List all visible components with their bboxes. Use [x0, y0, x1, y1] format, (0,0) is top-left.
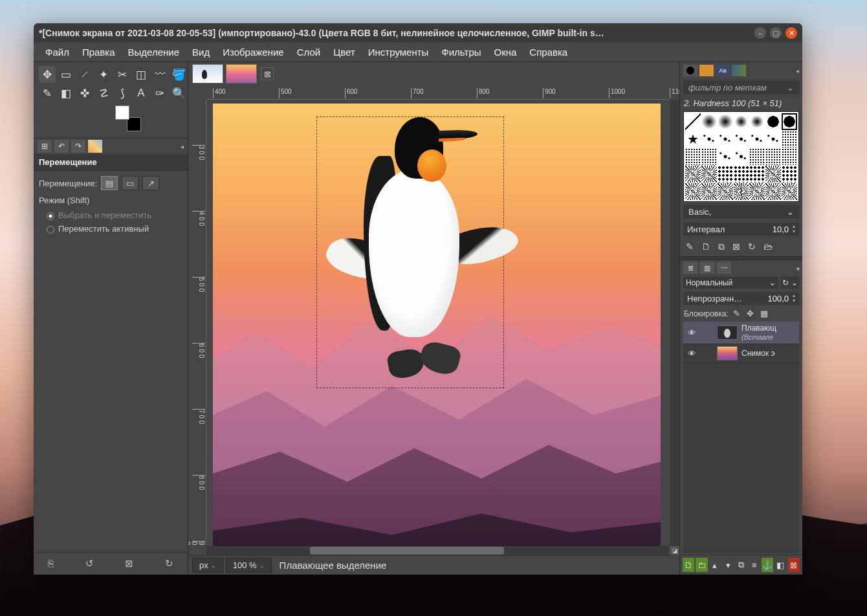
- radio-move-active[interactable]: Переместить активный: [39, 223, 182, 236]
- menu-layer[interactable]: Слой: [292, 45, 325, 60]
- tool-rect-select[interactable]: ▭: [58, 66, 74, 83]
- lock-pixels-icon[interactable]: ✎: [731, 309, 742, 318]
- brush-open-icon[interactable]: 🗁: [762, 240, 774, 254]
- brush-item[interactable]: [685, 183, 701, 200]
- tool-fuzzy-select[interactable]: ✦: [95, 66, 112, 83]
- opacity-stepper[interactable]: ▴▾: [793, 293, 795, 303]
- brush-item[interactable]: [765, 131, 781, 148]
- brush-preset-selector[interactable]: Basic,: [683, 205, 799, 219]
- layer-item-background[interactable]: 👁 Снимок э: [683, 344, 799, 363]
- brush-duplicate-icon[interactable]: ⧉: [716, 240, 727, 254]
- dock-tab-tool-options[interactable]: ⊞: [38, 140, 52, 153]
- menu-tools[interactable]: Инструменты: [363, 45, 434, 60]
- menu-color[interactable]: Цвет: [328, 45, 360, 60]
- brush-spacing-slider[interactable]: Интервал 10,0 ▴▾: [683, 223, 799, 236]
- brush-item-selected[interactable]: [782, 113, 797, 130]
- tool-clone[interactable]: ✜: [76, 85, 93, 102]
- brush-item[interactable]: [782, 183, 797, 200]
- tool-warp[interactable]: 〰: [151, 66, 168, 83]
- horizontal-ruler[interactable]: 400 500 600 700 800 900 1000 110: [206, 85, 669, 100]
- layer-visibility-icon[interactable]: 👁: [686, 328, 697, 338]
- brush-item[interactable]: [765, 183, 781, 200]
- layer-anchor-icon[interactable]: ⚓: [762, 558, 773, 572]
- tab-paths-icon[interactable]: 〰: [717, 262, 731, 274]
- move-target-path-icon[interactable]: ↗: [142, 176, 159, 190]
- tool-path[interactable]: ⟆: [114, 85, 131, 102]
- spacing-stepper[interactable]: ▴▾: [793, 224, 795, 234]
- menu-file[interactable]: Файл: [40, 45, 74, 60]
- fg-bg-colors[interactable]: [115, 105, 141, 131]
- layer-mode-switch-icon[interactable]: ↻ ⌄: [781, 277, 799, 289]
- window-minimize-button[interactable]: –: [754, 27, 766, 39]
- layer-thumbnail[interactable]: [717, 346, 738, 360]
- menu-filters[interactable]: Фильтры: [436, 45, 486, 60]
- image-tab-1[interactable]: [192, 64, 223, 83]
- tool-color-picker[interactable]: ✑: [151, 85, 168, 102]
- brush-item[interactable]: [685, 131, 701, 148]
- tool-zoom[interactable]: 🔍: [170, 85, 187, 102]
- layer-duplicate-icon[interactable]: ⧉: [735, 558, 747, 572]
- tool-move[interactable]: ✥: [39, 66, 56, 83]
- tab-channels-icon[interactable]: ▥: [700, 262, 714, 274]
- brush-delete-icon[interactable]: ⊠: [730, 240, 742, 254]
- dock-tab-images[interactable]: [88, 140, 102, 153]
- layer-new-icon[interactable]: 🗋: [683, 558, 694, 572]
- floating-selection-penguin[interactable]: [316, 116, 504, 388]
- radio-pick-move[interactable]: Выбрать и переместить: [39, 209, 182, 223]
- brush-item[interactable]: [685, 166, 701, 182]
- layers-dock-menu-arrow[interactable]: ◂: [796, 265, 799, 272]
- tool-eraser[interactable]: ◧: [58, 85, 74, 102]
- layer-mask-icon[interactable]: ◧: [774, 558, 786, 572]
- layer-item-floating[interactable]: 👁 Плавающ(Вставле: [683, 322, 799, 344]
- layer-down-icon[interactable]: ▾: [722, 558, 734, 572]
- tool-preset-save-icon[interactable]: ⎘: [48, 558, 54, 569]
- brush-grid[interactable]: [683, 111, 799, 202]
- move-target-selection-icon[interactable]: ▭: [122, 176, 138, 190]
- zoom-selector[interactable]: 100 %⌄: [226, 558, 272, 573]
- brush-item[interactable]: [685, 148, 701, 165]
- menu-image[interactable]: Изображение: [217, 45, 289, 60]
- brush-item[interactable]: [718, 131, 733, 148]
- layer-merge-icon[interactable]: ≡: [749, 558, 760, 572]
- tab-layers-icon[interactable]: ≣: [683, 262, 697, 274]
- brush-item[interactable]: [782, 131, 797, 148]
- brush-item[interactable]: [701, 113, 717, 130]
- menu-view[interactable]: Вид: [187, 45, 215, 60]
- brush-item[interactable]: [718, 183, 733, 200]
- tool-smudge[interactable]: ☡: [95, 85, 112, 102]
- horizontal-scrollbar[interactable]: [206, 546, 669, 555]
- brush-item[interactable]: [718, 113, 733, 130]
- tool-crop[interactable]: ✂: [114, 66, 131, 83]
- brush-item[interactable]: [749, 113, 765, 130]
- dock-tab-undo[interactable]: ↷: [71, 140, 85, 153]
- layer-up-icon[interactable]: ▴: [709, 558, 721, 572]
- menu-edit[interactable]: Правка: [77, 45, 120, 60]
- brush-tag-filter[interactable]: фильтр по меткам: [683, 81, 799, 94]
- brush-item[interactable]: [749, 166, 765, 182]
- tool-preset-restore-icon[interactable]: ↺: [85, 558, 94, 569]
- vertical-ruler[interactable]: 3 0 0 4 0 0 5 0 0 6 0 0 7 0 0 8 0 0 9 0 …: [188, 100, 206, 545]
- layer-delete-icon[interactable]: ⊠: [788, 558, 800, 572]
- brush-item[interactable]: [782, 166, 797, 182]
- brush-item[interactable]: [749, 183, 765, 200]
- brush-edit-icon[interactable]: ✎: [684, 240, 696, 254]
- brush-item[interactable]: [734, 148, 749, 165]
- tool-free-select[interactable]: ⟋: [76, 66, 93, 83]
- tab-patterns-icon[interactable]: [699, 65, 714, 76]
- lock-alpha-icon[interactable]: ▦: [758, 309, 770, 318]
- tool-transform[interactable]: ◫: [133, 66, 149, 83]
- opacity-slider[interactable]: Непрозрачн… 100,0 ▴▾: [683, 292, 799, 305]
- brush-item[interactable]: [685, 113, 701, 130]
- dock-tab-device[interactable]: ↶: [54, 140, 69, 153]
- tool-preset-reset-icon[interactable]: ↻: [165, 558, 173, 569]
- tool-pencil[interactable]: ✎: [39, 85, 56, 102]
- brush-refresh-icon[interactable]: ↻: [746, 240, 758, 254]
- brush-item[interactable]: [734, 183, 749, 200]
- brush-item[interactable]: [749, 148, 765, 165]
- brush-item[interactable]: [734, 113, 749, 130]
- fg-color-swatch[interactable]: [115, 105, 129, 120]
- brush-item[interactable]: [718, 148, 733, 165]
- window-titlebar[interactable]: *[Снимок экрана от 2021-03-08 20-05-53] …: [34, 23, 802, 43]
- menu-windows[interactable]: Окна: [489, 45, 522, 60]
- brushes-dock-menu-arrow[interactable]: ◂: [796, 67, 799, 74]
